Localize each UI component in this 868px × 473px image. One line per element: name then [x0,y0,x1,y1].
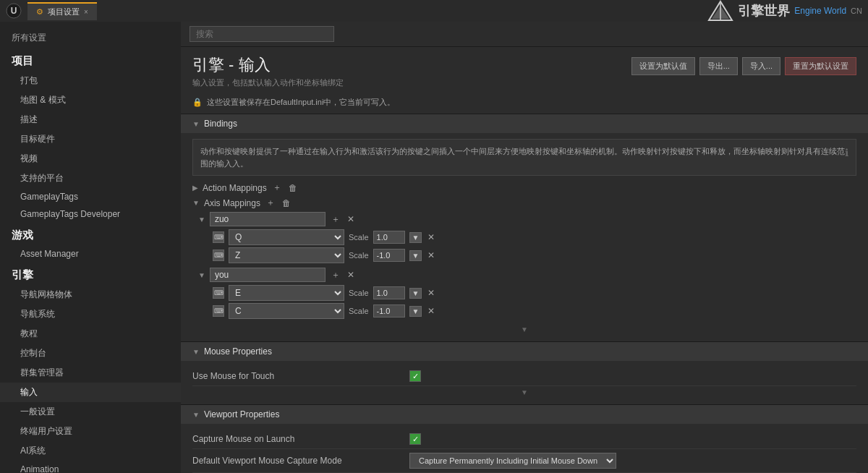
key-select-z[interactable]: Z [229,247,344,263]
scale-arrow-z[interactable]: ▼ [409,250,422,261]
key-select-e[interactable]: E [229,285,344,301]
key-icon-e: ⌨ [213,287,224,299]
search-bar [181,22,868,47]
sidebar-item-animation[interactable]: Animation [0,461,181,473]
title-tab: ⚙ 项目设置 × [27,2,97,20]
page-title: 引擎 - 输入 [192,54,344,76]
header-buttons: 设置为默认值 导出... 导入... 重置为默认设置 [631,57,856,75]
sidebar-item-video[interactable]: 视频 [0,149,181,169]
scale-label-z: Scale [349,251,369,260]
bindings-section-header[interactable]: ▼ Bindings [181,114,868,133]
sidebar-item-gameplay-tags[interactable]: GameplayTags [0,188,181,205]
scale-arrow-c[interactable]: ▼ [409,306,422,317]
info-circle-icon: ℹ [845,145,848,161]
sidebar-item-supported-platforms[interactable]: 支持的平台 [0,169,181,188]
axis-entry-e: ⌨ E Scale ▼ ✕ [213,285,856,301]
page-subtitle: 输入设置，包括默认输入动作和坐标轴绑定 [192,77,344,88]
q-entry-delete-button[interactable]: ✕ [426,232,436,242]
import-button[interactable]: 导入... [742,57,780,75]
sidebar-item-gameplay-tags-developer[interactable]: GameplayTags Developer [0,205,181,223]
axis-mappings-delete-button[interactable]: 🗑 [281,198,292,208]
sidebar-item-description[interactable]: 描述 [0,110,181,129]
capture-mouse-on-launch-row: Capture Mouse on Launch ✓ [192,430,856,449]
main-layout: 所有设置 项目 打包 地图 & 模式 描述 目标硬件 视频 支持的平台 Game… [0,22,868,473]
scale-arrow-q[interactable]: ▼ [409,232,422,243]
scale-label-c: Scale [349,307,369,315]
axis-mappings-label: Axis Mappings [204,198,260,208]
zuo-delete-button[interactable]: ✕ [346,214,356,224]
set-default-button[interactable]: 设置为默认值 [631,57,695,75]
viewport-properties-collapse-arrow: ▼ [192,411,200,419]
key-select-c[interactable]: C [229,303,344,319]
tab-close-button[interactable]: × [84,8,88,16]
capture-mouse-on-launch-checkbox[interactable]: ✓ [409,433,421,445]
sidebar-item-tutorials[interactable]: 教程 [0,324,181,344]
scale-input-c[interactable] [373,304,405,318]
axis-mappings-add-button[interactable]: ＋ [265,197,276,209]
export-button[interactable]: 导出... [699,57,738,75]
mouse-properties-section-header[interactable]: ▼ Mouse Properties [181,342,868,361]
use-mouse-for-touch-checkbox[interactable]: ✓ [409,370,421,382]
axis-group-you-header: ▼ ＋ ✕ [198,268,856,282]
reset-button[interactable]: 重置为默认设置 [785,57,856,75]
sidebar-all-settings[interactable]: 所有设置 [0,27,181,48]
sidebar-item-ai-system[interactable]: AI系统 [0,441,181,461]
scale-label-q: Scale [349,233,369,242]
scale-input-q[interactable] [373,231,405,244]
key-icon-z: ⌨ [213,250,224,261]
sidebar-item-end-user-settings[interactable]: 终端用户设置 [0,422,181,441]
axis-group-zuo-name-input[interactable] [210,212,326,226]
you-add-button[interactable]: ＋ [330,269,341,281]
you-collapse-arrow: ▼ [198,271,205,279]
sidebar-item-target-hardware[interactable]: 目标硬件 [0,129,181,149]
capture-mode-dropdown[interactable]: Capture Permanently Including Initial Mo… [409,453,616,469]
z-entry-delete-button[interactable]: ✕ [426,250,436,260]
sidebar-item-asset-manager[interactable]: Asset Manager [0,245,181,263]
axis-group-zuo-header: ▼ ＋ ✕ [198,212,856,226]
sidebar-item-console[interactable]: 控制台 [0,344,181,363]
search-input[interactable] [190,26,334,42]
e-entry-delete-button[interactable]: ✕ [426,288,436,298]
default-viewport-capture-mode-label: Default Viewport Mouse Capture Mode [192,456,409,466]
page-title-block: 引擎 - 输入 输入设置，包括默认输入动作和坐标轴绑定 [192,54,344,88]
sidebar-section-game: 游戏 [0,223,181,245]
sidebar-item-cluster-manager[interactable]: 群集管理器 [0,363,181,383]
scale-input-z[interactable] [373,249,405,262]
action-mappings-add-button[interactable]: ＋ [271,182,283,194]
brand-area: 引擎世界 Engine World CN [707,0,862,22]
zuo-add-button[interactable]: ＋ [330,213,341,226]
sidebar-item-maps-modes[interactable]: 地图 & 模式 [0,90,181,110]
mouse-properties-section-label: Mouse Properties [204,346,272,357]
bindings-description: ℹ 动作和按键映射提供了一种通过在输入行为和激活该行为的按键之间插入一个中间层来… [192,139,856,176]
c-entry-delete-button[interactable]: ✕ [426,306,436,316]
scale-arrow-e[interactable]: ▼ [409,288,422,299]
axis-group-you-name-input[interactable] [210,268,326,282]
ue-logo-icon: U [6,3,22,19]
viewport-properties-section-header[interactable]: ▼ Viewport Properties [181,405,868,424]
default-viewport-capture-mode-value: Capture Permanently Including Initial Mo… [409,453,856,469]
brand-link[interactable]: Engine World [794,6,846,16]
action-mappings-label: Action Mappings [203,183,267,193]
brand-text: 引擎世界 [738,2,790,20]
you-delete-button[interactable]: ✕ [346,270,356,280]
mouse-properties-collapse-arrow: ▼ [192,348,200,356]
lock-icon: 🔒 [192,98,203,107]
axis-entry-z: ⌨ Z Scale ▼ ✕ [213,247,856,263]
settings-scroll: ▼ Bindings ℹ 动作和按键映射提供了一种通过在输入行为和激活该行为的按… [181,114,868,473]
sidebar-item-nav-system[interactable]: 导航系统 [0,304,181,324]
scroll-indicator-mouse: ▼ [192,386,856,399]
key-select-q[interactable]: Q [229,229,344,245]
axis-group-zuo: ▼ ＋ ✕ ⌨ Q Scale ▼ [198,212,856,263]
action-mappings-delete-button[interactable]: 🗑 [287,183,299,193]
brand-cn: CN [851,7,862,15]
key-icon-c: ⌨ [213,305,224,317]
axis-entry-q: ⌨ Q Scale ▼ ✕ [213,229,856,245]
sidebar-item-nav-mesh[interactable]: 导航网格物体 [0,285,181,304]
use-mouse-for-touch-value: ✓ [409,370,856,382]
sidebar-item-general-settings[interactable]: 一般设置 [0,402,181,422]
scale-input-e[interactable] [373,286,405,299]
zuo-collapse-arrow: ▼ [198,216,205,223]
sidebar-item-packaging[interactable]: 打包 [0,71,181,90]
sidebar-item-input[interactable]: 输入 [0,383,181,402]
sidebar: 所有设置 项目 打包 地图 & 模式 描述 目标硬件 视频 支持的平台 Game… [0,22,181,473]
